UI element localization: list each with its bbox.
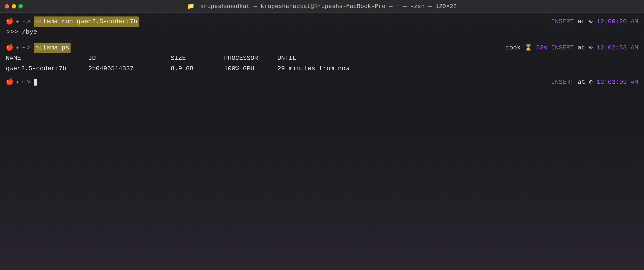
prompt-left-2: 🍎 ✦ ~ > ollama ps [6, 43, 506, 53]
insert-label-1: INSERT [551, 18, 574, 25]
col-header-until: UNTIL [278, 54, 638, 63]
time-label-2: 12:02:53 AM [596, 44, 638, 52]
tilde-2: ~ [21, 43, 25, 52]
title-bar-text: 📁 krupeshanadkat — krupeshanadkat@Krupes… [187, 3, 457, 10]
status-right-3: INSERT at ⊙ 12:03:09 AM [551, 78, 638, 87]
maximize-button[interactable] [18, 4, 23, 8]
at-label-1: at [578, 18, 589, 25]
col-header-size: SIZE [171, 54, 224, 63]
status-right-1: INSERT at ⊙ 12:00:20 AM [551, 17, 638, 26]
prompt-left-3: 🍎 ✦ ~ > [6, 78, 551, 87]
command-text-1: ollama run qwen2.5-coder:7b [34, 16, 139, 27]
took-seconds: 53s [536, 44, 548, 52]
command-line-3: 🍎 ✦ ~ > INSERT at ⊙ 12:03:09 AM [6, 77, 638, 87]
command-line-1: 🍎 ✦ ~ > ollama run qwen2.5-coder:7b INSE… [6, 16, 638, 27]
time-label-3: 12:03:09 AM [596, 78, 638, 86]
tilde-3: ~ [21, 78, 25, 87]
cell-model-name: qwen2.5-coder:7b [6, 64, 88, 74]
table-data-row: qwen2.5-coder:7b 2b0496514337 8.9 GB 100… [6, 64, 638, 74]
command-line-2: 🍎 ✦ ~ > ollama ps took ⌛ 53s INSERT at ⊙… [6, 43, 638, 53]
clock-icon-1: ⊙ [589, 18, 593, 25]
prompt-left-1: 🍎 ✦ ~ > ollama run qwen2.5-coder:7b [6, 16, 551, 27]
insert-label-3: INSERT [551, 78, 574, 86]
chevron-1: > [27, 17, 31, 26]
clock-icon-3: ⊙ [589, 78, 593, 86]
bye-prefix: >>> [7, 28, 22, 36]
col-header-id: ID [88, 54, 171, 63]
table-header: NAME ID SIZE PROCESSOR UNTIL [6, 54, 638, 63]
star-icon-2: ✦ [16, 43, 20, 52]
apple-icon-1: 🍎 [6, 17, 14, 26]
terminal-cursor [34, 79, 37, 86]
cell-model-processor: 100% GPU [224, 64, 278, 74]
apple-icon-2: 🍎 [6, 43, 14, 52]
at-label-2: at [578, 44, 589, 52]
apple-icon-3: 🍎 [6, 78, 14, 87]
command-text-2: ollama ps [34, 43, 70, 53]
cell-model-size: 8.9 GB [171, 64, 224, 74]
cell-model-until: 29 minutes from now [278, 64, 638, 74]
terminal-content[interactable]: 🍎 ✦ ~ > ollama run qwen2.5-coder:7b INSE… [0, 12, 644, 91]
clock-icon-2: ⊙ [589, 44, 593, 52]
star-icon-1: ✦ [16, 17, 20, 26]
time-value-1: 12:00:20 AM [596, 18, 638, 25]
close-button[interactable] [5, 4, 9, 8]
bye-command: /bye [22, 28, 37, 36]
tilde-1: ~ [21, 17, 25, 26]
title-text: krupeshanadkat — krupeshanadkat@Krupeshs… [200, 3, 457, 10]
at-label-3: at [578, 78, 589, 86]
col-header-name: NAME [6, 54, 88, 63]
hourglass-icon: ⌛ [524, 44, 536, 52]
folder-icon: 📁 [187, 3, 194, 10]
took-label: took [506, 44, 520, 52]
minimize-button[interactable] [12, 4, 16, 8]
traffic-lights [5, 4, 23, 8]
col-header-processor: PROCESSOR [224, 54, 278, 63]
star-icon-3: ✦ [16, 78, 20, 87]
bye-line: >>> /bye [6, 28, 638, 37]
cell-model-id: 2b0496514337 [88, 64, 171, 74]
insert-word-2: INSERT [551, 44, 574, 52]
status-right-2: took ⌛ 53s INSERT at ⊙ 12:02:53 AM [506, 43, 638, 52]
chevron-3: > [27, 78, 31, 87]
terminal-window: 📁 krupeshanadkat — krupeshanadkat@Krupes… [0, 0, 644, 270]
title-bar: 📁 krupeshanadkat — krupeshanadkat@Krupes… [0, 0, 644, 12]
chevron-2: > [27, 43, 31, 52]
